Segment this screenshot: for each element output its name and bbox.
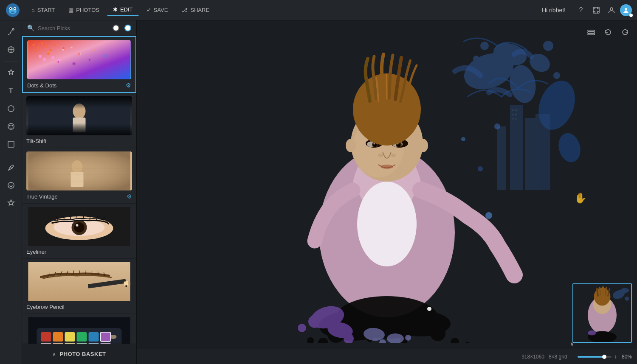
search-input[interactable] [38, 25, 109, 31]
svg-rect-32 [62, 49, 64, 50]
edit-icon: ✱ [113, 6, 118, 13]
tool-brush[interactable] [3, 24, 19, 40]
bottom-bar: 918×1060 8×8 grid − + 80% [137, 349, 637, 364]
svg-rect-28 [39, 55, 42, 58]
nav-photos[interactable]: ▦ PHOTOS [62, 4, 105, 16]
svg-point-163 [625, 297, 629, 301]
zoom-slider[interactable] [578, 356, 612, 358]
thumbnail-preview [572, 283, 632, 343]
thumbnail-collapse-chevron[interactable]: ∨ [570, 340, 574, 347]
svg-rect-31 [58, 59, 61, 62]
svg-rect-17 [8, 141, 14, 147]
tool-crop[interactable] [3, 136, 19, 152]
tool-circle[interactable] [3, 101, 19, 117]
canvas-image [137, 20, 637, 364]
svg-rect-7 [593, 7, 599, 13]
tool-face[interactable] [3, 118, 19, 134]
svg-point-152 [427, 307, 431, 311]
sidebar-item-eyeliner[interactable]: Eyeliner [22, 204, 136, 259]
thumbnail-svg [573, 284, 631, 342]
svg-rect-24 [45, 45, 48, 48]
svg-point-55 [76, 224, 79, 227]
svg-rect-105 [515, 109, 517, 111]
user-avatar[interactable] [620, 4, 632, 16]
svg-point-135 [430, 326, 445, 341]
main-content: T [0, 20, 637, 364]
svg-point-18 [8, 182, 14, 188]
canvas-area[interactable]: ✋ [137, 20, 637, 364]
svg-rect-43 [71, 172, 84, 187]
svg-rect-79 [53, 343, 63, 344]
svg-rect-108 [512, 118, 514, 120]
svg-point-162 [621, 288, 629, 293]
svg-point-153 [485, 212, 492, 219]
sidebar-item-eye-shadow[interactable]: Eye Shadow ⚙ [22, 314, 136, 344]
zoom-out-button[interactable]: − [572, 353, 575, 360]
tool-effects[interactable] [3, 65, 19, 81]
zoom-in-button[interactable]: + [614, 353, 617, 360]
zoom-slider-fill [578, 356, 603, 358]
dots-gear-icon[interactable]: ⚙ [126, 82, 131, 89]
home-icon: ⌂ [31, 7, 35, 13]
app-logo[interactable] [5, 3, 20, 18]
dots-dots-img [27, 40, 131, 79]
svg-rect-81 [77, 343, 87, 344]
svg-point-130 [418, 139, 428, 152]
svg-rect-82 [89, 343, 99, 344]
photos-icon: ▦ [68, 7, 73, 13]
tool-draw[interactable] [3, 160, 19, 176]
thumbnail-inner [573, 284, 631, 342]
fullscreen-button[interactable] [589, 3, 603, 17]
help-button[interactable]: ? [574, 3, 588, 17]
nav-edit[interactable]: ✱ EDIT [107, 4, 139, 16]
nav-share[interactable]: ⎇ SHARE [175, 4, 215, 16]
svg-rect-106 [512, 114, 514, 115]
nav-save[interactable]: ✓ SAVE [141, 4, 174, 16]
eyebrow-pencil-thumbnail [26, 262, 132, 301]
tool-text[interactable]: T [3, 83, 19, 99]
sidebar-item-eyebrow-pencil[interactable]: Eyebrow Pencil [22, 259, 136, 314]
svg-point-111 [357, 182, 417, 266]
svg-rect-103 [536, 114, 550, 190]
svg-point-123 [374, 143, 375, 145]
photo-basket-footer[interactable]: ∧ PHOTO BASKET [22, 344, 136, 364]
svg-point-95 [553, 72, 560, 79]
svg-point-54 [74, 222, 85, 232]
eyeliner-label: Eyeliner [26, 249, 132, 255]
tilt-shift-label: Tilt-Shift [26, 138, 132, 144]
svg-rect-38 [28, 96, 130, 109]
tool-adjustments[interactable] [3, 42, 19, 58]
tool-star[interactable] [3, 195, 19, 211]
zoom-slider-handle[interactable] [602, 355, 606, 359]
svg-rect-67 [124, 281, 129, 286]
user-status-dot [629, 14, 633, 17]
toggle-grid-view[interactable] [124, 25, 131, 31]
sidebar-item-true-vintage[interactable]: True Vintage ⚙ [22, 148, 136, 204]
account-button[interactable] [605, 3, 618, 17]
vintage-gear-icon[interactable]: ⚙ [127, 193, 132, 200]
svg-rect-30 [52, 56, 54, 59]
svg-point-8 [610, 8, 613, 10]
zoom-controls: − + [572, 353, 617, 360]
true-vintage-img [26, 151, 132, 190]
tool-sticker[interactable] [3, 177, 19, 193]
toolbar-divider-2 [4, 156, 18, 156]
eye-shadow-thumbnail [26, 317, 132, 344]
sidebar-item-dots-and-dots[interactable]: Dots & Dots ⚙ [22, 36, 136, 93]
sidebar: 🔍 [22, 20, 137, 364]
svg-rect-27 [48, 53, 50, 55]
svg-rect-102 [497, 126, 506, 190]
toggle-list-view[interactable] [113, 25, 119, 31]
greeting-text: Hi ribbet! [542, 7, 566, 14]
svg-point-15 [9, 125, 10, 126]
sidebar-item-tilt-shift[interactable]: Tilt-Shift [22, 93, 136, 148]
eyeliner-thumbnail [26, 207, 132, 246]
nav-start[interactable]: ⌂ START [25, 4, 61, 16]
svg-point-145 [308, 315, 321, 328]
svg-rect-72 [41, 332, 51, 342]
photo-basket-label: PHOTO BASKET [59, 351, 106, 357]
sidebar-search-bar: 🔍 [22, 20, 136, 36]
svg-rect-73 [53, 332, 63, 342]
svg-rect-75 [77, 332, 87, 342]
svg-point-127 [381, 165, 393, 169]
